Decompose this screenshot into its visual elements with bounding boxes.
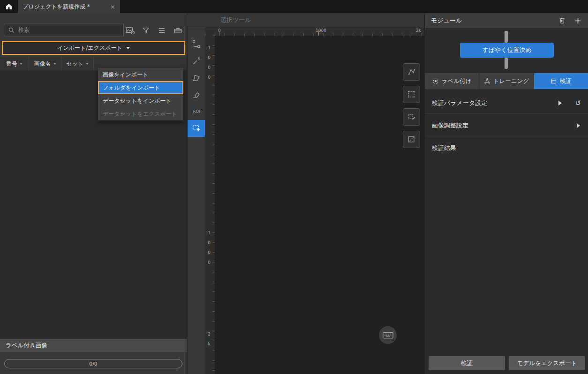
table-header-image-name[interactable]: 画像名 [29, 57, 61, 70]
validation-result-row: 検証結果 [425, 141, 588, 156]
canvas-tool-template-mask-button[interactable] [403, 131, 420, 148]
labeled-images-section-bar[interactable]: ラベル付き画像 [0, 339, 187, 352]
tab-training[interactable]: トレーニング [479, 73, 533, 89]
tab-validation-label: 検証 [560, 77, 572, 85]
ruler-tick [219, 31, 219, 36]
horizontal-ruler: 0 1000 2k [205, 27, 424, 36]
list-view-button[interactable] [157, 25, 167, 36]
dataset-view-button[interactable] [173, 25, 183, 36]
home-icon [5, 2, 13, 11]
table-header-number[interactable]: 番号 [0, 57, 29, 70]
labeled-images-label: ラベル付き画像 [6, 342, 47, 350]
import-export-label: インポート/エクスポート [57, 44, 122, 52]
table-header-set[interactable]: セット [61, 57, 94, 70]
filter-button[interactable] [141, 25, 151, 36]
roi-tool-icon: ROI [192, 109, 202, 114]
template-mask-icon [407, 135, 416, 144]
search-box [4, 23, 124, 37]
ruler-tick [419, 31, 419, 36]
keyboard-shortcuts-button[interactable] [379, 326, 397, 344]
image-adjustment-settings-row[interactable]: 画像調整設定 [425, 118, 588, 133]
feature-points-icon [407, 67, 416, 77]
filter-caret-icon [20, 63, 23, 65]
tab-close-icon[interactable]: × [110, 4, 115, 10]
transform-tool-icon [192, 39, 201, 49]
quick-positioning-label: すばやく位置決め [482, 46, 532, 54]
project-tab-title: プロジェクトを新規作成 * [23, 3, 90, 11]
validate-button-label: 検証 [461, 359, 473, 367]
header-set-label: セット [66, 60, 83, 68]
filter-icon [142, 26, 150, 35]
training-icon [484, 78, 490, 84]
transform-tool-button[interactable] [188, 36, 205, 52]
home-button[interactable] [0, 0, 18, 13]
tab-labeling[interactable]: ラベル付け [425, 73, 479, 89]
delete-module-button[interactable] [558, 17, 566, 24]
import-export-button[interactable]: インポート/エクスポート [2, 41, 185, 55]
ruler-tick [318, 31, 319, 36]
menu-item-import-folder[interactable]: フォルダをインポート [98, 81, 183, 94]
validation-parameter-settings-row[interactable]: 検証パラメータ設定 [425, 96, 588, 111]
labeling-icon [432, 78, 439, 84]
tab-training-label: トレーニング [493, 77, 529, 85]
selection-tool-label: 選択ツール [220, 16, 251, 24]
module-panel: モジュール すばやく位置決め [424, 13, 588, 374]
header-image-name-label: 画像名 [34, 60, 51, 68]
quick-positioning-module-button[interactable]: すばやく位置決め [460, 43, 554, 58]
canvas-toolbar: 選択ツール [187, 13, 424, 27]
image-list-panel: インポート/エクスポート 番号 画像名 セット ラベル付き画像 [0, 13, 187, 374]
module-tabs: ラベル付け トレーニング 検証 [425, 73, 588, 89]
topbar: プロジェクトを新規作成 * × [0, 0, 588, 13]
dataset-icon [173, 26, 182, 35]
header-number-label: 番号 [6, 60, 17, 68]
roi-tool-button[interactable]: ROI [188, 103, 205, 120]
v-ruler-label-a: 1000 [207, 43, 211, 82]
menu-item-export-dataset: データセットをエクスポート [98, 107, 183, 120]
list-view-controls [125, 25, 183, 36]
polygon-tool-button[interactable] [188, 69, 205, 86]
image-icon [125, 26, 135, 36]
expand-arrow-icon[interactable] [577, 123, 580, 128]
smart-wand-tool-button[interactable] [188, 52, 205, 69]
filter-caret-icon [53, 63, 56, 65]
menu-item-import-images[interactable]: 画像をインポート [98, 68, 183, 81]
app-window: プロジェクトを新規作成 * × [0, 0, 588, 374]
tab-validation[interactable]: 検証 [534, 73, 588, 89]
search-input[interactable] [4, 23, 123, 37]
keyboard-icon [383, 332, 393, 339]
project-tab[interactable]: プロジェクトを新規作成 * × [18, 0, 120, 13]
image-count-value: 0/0 [89, 361, 98, 367]
canvas-tool-feature-points-button[interactable] [403, 63, 420, 81]
marquee-select-tool-button[interactable] [188, 120, 205, 137]
v-ruler-label-b: 1000 [207, 228, 211, 268]
module-flow-connector [505, 31, 508, 43]
wand-tool-icon [192, 56, 201, 66]
menu-item-import-dataset[interactable]: データセットをインポート [98, 94, 183, 107]
image-manage-button[interactable] [125, 25, 135, 36]
template-draw-icon [407, 112, 416, 122]
export-model-button-label: モデルをエクスポート [517, 359, 577, 367]
canvas-tool-template-rect-button[interactable] [403, 86, 420, 103]
chevron-down-icon [126, 47, 130, 49]
trash-icon [558, 17, 566, 24]
plus-icon [574, 17, 582, 25]
image-list-toolbar: インポート/エクスポート [0, 13, 187, 57]
expand-arrow-icon[interactable] [558, 101, 562, 105]
marquee-select-icon [192, 124, 201, 133]
eraser-tool-button[interactable] [188, 86, 205, 103]
history-icon[interactable] [575, 100, 581, 107]
polygon-tool-icon [192, 73, 201, 82]
add-module-button[interactable] [574, 17, 582, 25]
tab-labeling-label: ラベル付け [442, 77, 472, 85]
import-export-dropdown-menu: 画像をインポート フォルダをインポート データセットをインポート データセットを… [98, 68, 183, 120]
list-icon [158, 26, 166, 35]
export-model-button[interactable]: モデルをエクスポート [509, 356, 585, 370]
image-canvas[interactable] [215, 36, 424, 374]
validation-parameter-settings-label: 検証パラメータ設定 [432, 99, 487, 107]
image-count-footer: 0/0 [0, 352, 187, 374]
validation-result-label: 検証結果 [432, 144, 456, 152]
canvas-tool-template-draw-button[interactable] [403, 108, 420, 126]
validate-button[interactable]: 検証 [429, 356, 505, 370]
validation-icon [550, 78, 557, 84]
v-ruler-label-2k: 2k [207, 329, 211, 349]
